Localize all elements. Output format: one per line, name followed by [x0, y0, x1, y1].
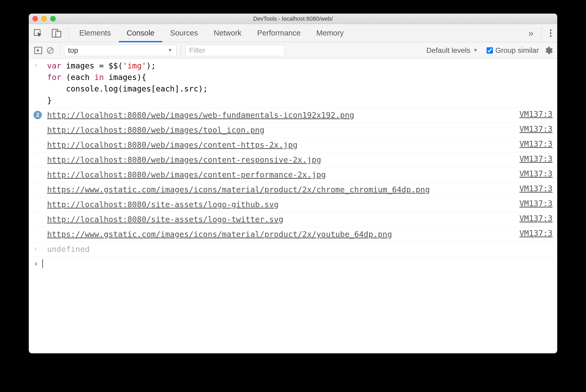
log-link[interactable]: https://www.gstatic.com/images/icons/mat… [47, 185, 430, 194]
prompt-chevron-icon: › [33, 259, 38, 268]
toggle-sidebar-icon[interactable] [33, 45, 43, 55]
log-link[interactable]: https://www.gstatic.com/images/icons/mat… [47, 230, 392, 239]
console-prompt[interactable]: › [29, 257, 557, 270]
svg-line-5 [48, 48, 52, 52]
filter-input[interactable] [185, 45, 285, 56]
inspect-element-icon[interactable] [29, 24, 47, 42]
console-settings-icon[interactable] [544, 46, 553, 55]
source-link[interactable]: VM137:3 [514, 184, 553, 193]
console-toolbar: top ▼ Default levels ▼ Group similar [29, 42, 557, 59]
more-options-icon[interactable] [544, 30, 557, 37]
tab-console[interactable]: Console [119, 24, 162, 42]
log-link[interactable]: http://localhost:8080/site-assets/logo-t… [47, 215, 283, 224]
tab-sources[interactable]: Sources [162, 24, 206, 42]
devtools-window: DevTools - localhost:8080/web/ Elements … [29, 14, 557, 353]
window-title: DevTools - localhost:8080/web/ [253, 15, 333, 22]
source-link[interactable]: VM137:3 [514, 109, 553, 119]
tabs-overflow-icon[interactable]: » [523, 28, 539, 38]
code-text: var images = $$('img'); for (each in ima… [47, 60, 553, 106]
tab-elements[interactable]: Elements [71, 24, 119, 42]
text-caret [42, 259, 43, 268]
log-link[interactable]: http://localhost:8080/web/images/content… [47, 140, 297, 149]
source-link[interactable]: VM137:3 [514, 139, 553, 148]
device-toolbar-icon[interactable] [47, 24, 66, 42]
log-link[interactable]: http://localhost:8080/web/images/content… [47, 170, 326, 179]
source-link[interactable]: VM137:3 [514, 124, 553, 134]
source-link[interactable]: VM137:3 [514, 154, 553, 163]
tab-network[interactable]: Network [206, 24, 249, 42]
console-output: › var images = $$('img'); for (each in i… [29, 59, 557, 353]
repeat-count-badge: 2 [33, 111, 42, 119]
console-log-row: http://localhost:8080/web/images/content… [29, 138, 557, 153]
group-similar-label: Group similar [495, 46, 539, 55]
console-return-row: ‹ undefined [29, 242, 557, 257]
tab-performance[interactable]: Performance [249, 24, 308, 42]
log-link[interactable]: http://localhost:8080/web/images/tool_ic… [47, 125, 264, 135]
titlebar: DevTools - localhost:8080/web/ [29, 14, 557, 24]
context-selector-value: top [68, 46, 78, 55]
console-log-row: 2http://localhost:8080/web/images/web-fu… [29, 108, 557, 123]
zoom-window-button[interactable] [50, 16, 56, 21]
console-log-row: http://localhost:8080/site-assets/logo-t… [29, 212, 557, 227]
dropdown-arrow-icon: ▼ [473, 47, 478, 53]
gutter: 2 [33, 109, 47, 120]
console-log-row: http://localhost:8080/site-assets/logo-g… [29, 197, 557, 212]
log-levels-selector[interactable]: Default levels ▼ [426, 46, 478, 55]
group-similar-checkbox[interactable] [487, 47, 493, 54]
log-link[interactable]: http://localhost:8080/web/images/content… [47, 155, 321, 164]
window-controls [32, 16, 56, 21]
return-value: undefined [47, 244, 553, 255]
dropdown-arrow-icon: ▼ [167, 47, 173, 53]
source-link[interactable]: VM137:3 [514, 229, 553, 238]
source-link[interactable]: VM137:3 [514, 214, 553, 223]
console-input-echo: › var images = $$('img'); for (each in i… [29, 59, 557, 108]
log-link[interactable]: http://localhost:8080/web/images/web-fun… [47, 111, 354, 120]
devtools-tabs: Elements Console Sources Network Perform… [29, 24, 557, 42]
minimize-window-button[interactable] [41, 16, 47, 21]
log-link[interactable]: http://localhost:8080/site-assets/logo-g… [47, 200, 279, 209]
console-log-row: http://localhost:8080/web/images/tool_ic… [29, 123, 557, 138]
input-marker-icon: › [33, 60, 47, 71]
console-log-row: http://localhost:8080/web/images/content… [29, 153, 557, 168]
svg-rect-2 [56, 31, 61, 37]
clear-console-icon[interactable] [45, 45, 55, 55]
console-log-row: https://www.gstatic.com/images/icons/mat… [29, 182, 557, 197]
source-link[interactable]: VM137:3 [514, 169, 553, 178]
group-similar-toggle[interactable]: Group similar [487, 46, 539, 55]
context-selector[interactable]: top ▼ [64, 45, 177, 56]
tab-memory[interactable]: Memory [308, 24, 352, 42]
close-window-button[interactable] [32, 16, 38, 21]
log-levels-label: Default levels [426, 46, 470, 55]
console-log-row: https://www.gstatic.com/images/icons/mat… [29, 227, 557, 242]
source-link[interactable]: VM137:3 [514, 199, 553, 208]
return-marker-icon: ‹ [33, 244, 47, 254]
console-log-row: http://localhost:8080/web/images/content… [29, 168, 557, 182]
